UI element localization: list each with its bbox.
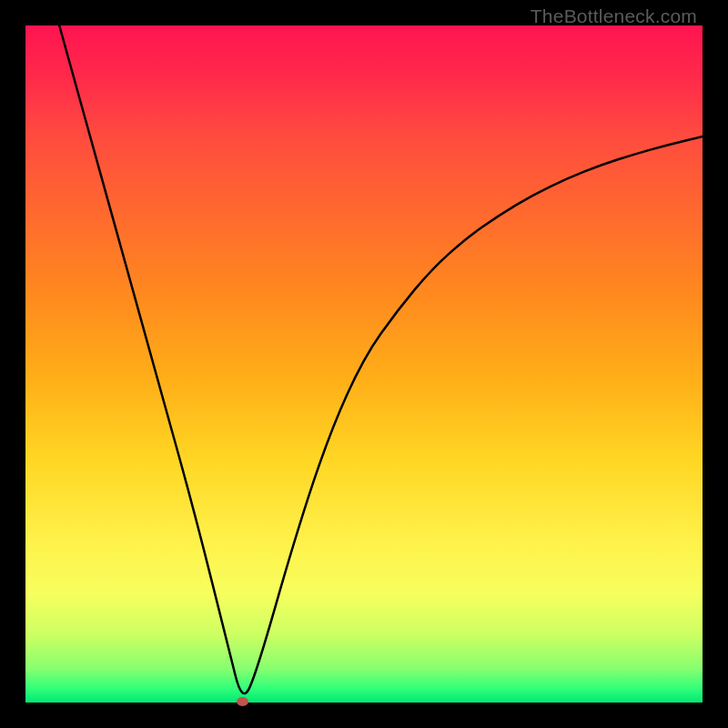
chart-frame: TheBottleneck.com — [0, 0, 728, 728]
curve-svg — [25, 25, 703, 703]
watermark-text: TheBottleneck.com — [531, 5, 697, 27]
minimum-marker — [237, 697, 248, 706]
plot-area — [25, 25, 703, 703]
bottleneck-curve — [59, 25, 703, 693]
